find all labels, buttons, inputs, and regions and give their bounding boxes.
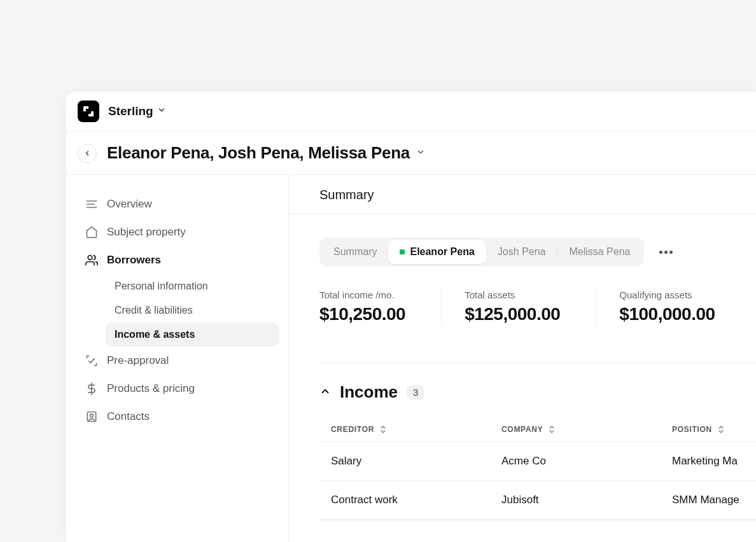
chevron-down-icon [416,148,425,159]
content: Overview Subject property Borrowers Pers… [66,175,756,542]
stats-row: Total income /mo. $10,250.00 Total asset… [319,289,756,324]
section-count-badge: 3 [407,385,424,400]
sidebar-item-label: Pre-approval [107,354,169,367]
sidebar-item-label: Products & pricing [107,382,195,395]
tab-eleanor-pena[interactable]: Eleanor Pena [388,240,486,264]
sidebar-item-borrowers[interactable]: Borrowers [75,246,279,274]
sidebar-sub-item-income-assets[interactable]: Income & assets [106,323,279,347]
brand-dropdown[interactable]: Sterling [108,104,166,118]
check-expand-icon [85,354,98,367]
svg-point-9 [90,414,94,417]
stat-value: $10,250.00 [319,304,405,324]
sidebar-sub-item-label: Personal information [115,281,208,291]
page-header: Eleanor Pena, Josh Pena, Melissa Pena [66,132,756,175]
dots-icon [669,251,673,254]
stat-total-assets: Total assets $125,000.00 [441,289,596,324]
sidebar-item-contacts[interactable]: Contacts [75,403,279,431]
income-table: CREDITOR COMPANY [319,417,756,520]
sidebar-sub-borrowers: Personal information Credit & liabilitie… [75,274,279,347]
sidebar-sub-item-credit-liabilities[interactable]: Credit & liabilities [106,298,279,323]
sidebar-item-subject-property[interactable]: Subject property [75,218,279,246]
brand-name: Sterling [108,104,153,118]
cell-company: Jubisoft [501,494,672,506]
stat-label: Total income /mo. [319,289,405,300]
cell-creditor: Salary [331,455,501,468]
users-icon [85,254,98,267]
home-icon [85,226,98,239]
dollar-icon [85,382,98,395]
brand-logo[interactable] [78,101,99,122]
sort-icon [379,425,387,434]
sidebar-sub-item-label: Income & assets [115,329,195,340]
column-header-company[interactable]: COMPANY [501,425,672,434]
app-frame: Sterling Eleanor Pena, Josh Pena, Meliss… [66,92,756,542]
more-button[interactable] [654,246,678,259]
topbar: Sterling [66,92,756,132]
tab-melissa-pena[interactable]: Melissa Pena [557,240,641,264]
dots-icon [659,251,662,254]
table-header: CREDITOR COMPANY [319,417,756,441]
cell-creditor: Contract work [331,494,501,506]
contact-icon [85,410,98,423]
stat-label: Qualifying assets [619,289,715,300]
income-section: Income 3 CREDITOR COMP [319,363,756,520]
chevron-up-icon [319,386,331,400]
stat-qualifying-assets: Qualifying assets $100,000.00 [596,289,750,324]
income-section-header[interactable]: Income 3 [319,382,756,402]
chevron-left-icon [83,149,91,157]
sidebar-item-pre-approval[interactable]: Pre-approval [75,347,279,375]
sidebar-item-label: Subject property [107,226,186,239]
tab-josh-pena[interactable]: Josh Pena [486,240,557,264]
tab-summary[interactable]: Summary [322,240,388,264]
main: Summary Summary Eleanor Pena Josh Pena [289,175,756,542]
sidebar-item-label: Overview [107,198,152,211]
column-label: COMPANY [501,425,543,434]
stat-total-income: Total income /mo. $10,250.00 [319,289,441,324]
table-row[interactable]: Contract work Jubisoft SMM Manage [319,480,756,519]
status-dot-icon [400,249,405,254]
svg-point-6 [88,256,92,260]
sidebar-item-label: Borrowers [107,254,161,267]
brand-logo-icon [83,106,94,116]
cell-company: Acme Co [501,455,672,468]
stat-label: Total assets [465,289,560,300]
tab-label: Summary [333,246,377,258]
cell-position: Marketing Ma [672,455,745,468]
table-row-divider [319,519,756,520]
sort-icon [717,425,725,434]
section-title: Income [340,382,398,402]
column-label: POSITION [672,425,712,434]
sort-icon [548,425,556,434]
stat-value: $100,000.00 [619,304,715,324]
tab-label: Melissa Pena [569,246,630,258]
sidebar-sub-item-label: Credit & liabilities [115,305,193,316]
list-icon [85,198,98,211]
sidebar-item-overview[interactable]: Overview [75,190,279,218]
sidebar-item-products-pricing[interactable]: Products & pricing [75,375,279,403]
column-header-creditor[interactable]: CREDITOR [331,425,501,434]
borrower-tabs: Summary Eleanor Pena Josh Pena Melissa P… [319,237,644,267]
chevron-down-icon [157,106,166,117]
main-header-title: Summary [289,175,756,214]
dots-icon [664,251,668,254]
sidebar: Overview Subject property Borrowers Pers… [66,175,289,542]
stat-value: $125,000.00 [465,304,560,324]
main-body: Summary Eleanor Pena Josh Pena Melissa P… [289,214,756,520]
tab-label: Eleanor Pena [410,246,474,258]
svg-rect-2 [86,109,91,114]
back-button[interactable] [78,144,97,163]
table-row[interactable]: Salary Acme Co Marketing Ma [319,441,756,480]
cell-position: SMM Manage [672,494,745,506]
tab-label: Josh Pena [498,246,546,258]
sidebar-sub-item-personal-information[interactable]: Personal information [106,274,279,298]
column-label: CREDITOR [331,425,374,434]
page-title-dropdown[interactable]: Eleanor Pena, Josh Pena, Melissa Pena [107,143,425,163]
page-title: Eleanor Pena, Josh Pena, Melissa Pena [107,143,410,163]
column-header-position[interactable]: POSITION [672,425,745,434]
sidebar-item-label: Contacts [107,410,150,423]
tabs-row: Summary Eleanor Pena Josh Pena Melissa P… [319,237,756,267]
